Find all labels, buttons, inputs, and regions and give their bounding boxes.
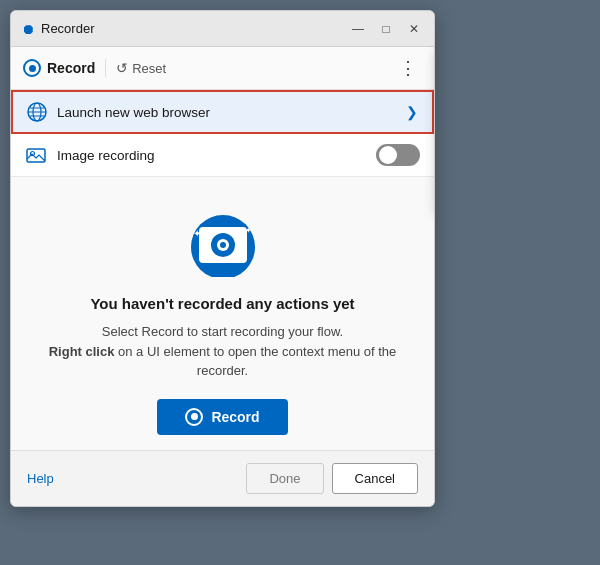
recorder-window: ⏺ Recorder — □ ✕ Record ↺ Reset ⋮ (10, 10, 435, 507)
recorder-icon: ⏺ (21, 21, 35, 37)
title-bar: ⏺ Recorder — □ ✕ (11, 11, 434, 47)
svg-text:✦: ✦ (245, 226, 252, 235)
chevron-right-icon: ❯ (406, 104, 418, 120)
reset-button[interactable]: ↺ Reset (116, 60, 166, 76)
main-title: You haven't recorded any actions yet (90, 295, 354, 312)
reset-label: Reset (132, 61, 166, 76)
image-recording-label: Image recording (57, 148, 376, 163)
reset-icon: ↺ (116, 60, 128, 76)
svg-point-11 (220, 242, 226, 248)
help-link[interactable]: Help (27, 471, 54, 486)
image-recording-row[interactable]: Image recording (11, 134, 434, 177)
title-bar-controls: — □ ✕ (348, 19, 424, 39)
image-icon (25, 144, 47, 166)
main-area: ✦ ✦ ✦ You haven't recorded any actions y… (11, 177, 434, 450)
more-options-button[interactable]: ⋮ (394, 55, 422, 81)
footer: Help Done Cancel (11, 450, 434, 506)
window-title: Recorder (41, 21, 94, 36)
content-area: Launch new web browser ❯ Image recording (11, 90, 434, 450)
svg-text:✦: ✦ (238, 249, 244, 256)
record-btn-circle-icon (185, 408, 203, 426)
image-recording-toggle[interactable] (376, 144, 420, 166)
svg-text:✦: ✦ (193, 228, 201, 239)
cancel-button[interactable]: Cancel (332, 463, 418, 494)
toolbar: Record ↺ Reset ⋮ (11, 47, 434, 90)
desc-line3: on a UI element to open the context menu… (114, 344, 396, 379)
record-circle-icon (23, 59, 41, 77)
toolbar-separator (105, 59, 106, 77)
record-toolbar-label: Record (47, 60, 95, 76)
record-main-label: Record (211, 409, 259, 425)
launch-browser-label: Launch new web browser (57, 105, 400, 120)
close-button[interactable]: ✕ (404, 19, 424, 39)
main-description: Select Record to start recording your fl… (41, 322, 404, 381)
launch-browser-row[interactable]: Launch new web browser ❯ (11, 90, 434, 134)
title-bar-left: ⏺ Recorder (21, 21, 94, 37)
globe-icon-browser (27, 102, 47, 122)
desc-line1: Select Record to start recording your fl… (102, 324, 343, 339)
done-button[interactable]: Done (246, 463, 323, 494)
record-btn-dot-icon (191, 413, 198, 420)
record-toolbar-button[interactable]: Record (23, 59, 95, 77)
recording-illustration: ✦ ✦ ✦ (183, 197, 263, 277)
record-main-button[interactable]: Record (157, 399, 287, 435)
toggle-knob (379, 146, 397, 164)
minimize-button[interactable]: — (348, 19, 368, 39)
desc-bold: Right click (49, 344, 115, 359)
record-dot-icon (29, 65, 36, 72)
maximize-button[interactable]: □ (376, 19, 396, 39)
